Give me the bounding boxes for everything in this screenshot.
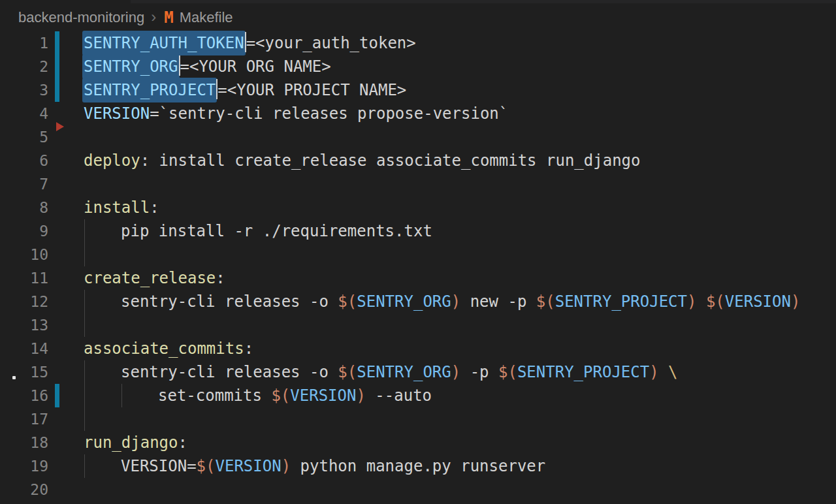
line-content[interactable]: create_release: (59, 266, 836, 290)
breadcrumb-folder[interactable]: backend-monitoring (18, 9, 144, 26)
line-content[interactable]: SENTRY_ORG=<YOUR ORG NAME> (59, 55, 836, 78)
code-line[interactable]: 16set-commits $(VERSION) --auto (0, 384, 836, 407)
code-token: SENTRY_PROJECT (84, 81, 216, 99)
code-line[interactable]: 11create_release: (0, 266, 836, 290)
line-number[interactable]: 15 (0, 360, 48, 384)
code-token: -p (460, 363, 498, 381)
breadcrumb-file[interactable]: Makefile (180, 9, 233, 26)
line-content[interactable]: SENTRY_AUTH_TOKEN=<your_auth_token> (59, 31, 836, 55)
code-line[interactable]: 2SENTRY_ORG=<YOUR ORG NAME> (0, 55, 836, 78)
indent-guide (84, 454, 85, 478)
line-content[interactable]: run_django: (59, 431, 836, 454)
line-content[interactable]: VERSION=$(VERSION) python manage.py runs… (59, 454, 836, 478)
code-token: =<YOUR PROJECT NAME> (217, 81, 406, 99)
line-number[interactable]: 2 (0, 55, 48, 78)
code-editor[interactable]: 1SENTRY_AUTH_TOKEN=<your_auth_token>2SEN… (0, 31, 836, 501)
code-line[interactable]: 4VERSION=`sentry-cli releases propose-ve… (0, 102, 836, 125)
code-token: pip install -r ./requirements.txt (121, 222, 432, 240)
line-content[interactable]: install: (59, 196, 836, 219)
git-modified-indicator[interactable] (55, 78, 59, 102)
line-content[interactable]: associate_commits: (59, 337, 836, 360)
gutter-spacer (55, 243, 59, 266)
code-line[interactable]: 1SENTRY_AUTH_TOKEN=<your_auth_token> (0, 31, 836, 55)
code-line[interactable]: 9pip install -r ./requirements.txt (0, 219, 836, 243)
line-content[interactable] (59, 243, 836, 266)
code-token: SENTRY_PROJECT (517, 363, 649, 381)
code-token: ) (451, 292, 460, 311)
line-number[interactable]: 3 (0, 78, 48, 102)
code-token: VERSION (84, 104, 150, 123)
code-line[interactable]: 7 (0, 172, 836, 196)
line-content[interactable]: set-commits $(VERSION) --auto (59, 384, 836, 407)
git-modified-indicator[interactable] (55, 31, 59, 55)
line-content[interactable]: sentry-cli releases -o $(SENTRY_ORG) -p … (59, 360, 836, 384)
code-token: : (178, 433, 187, 452)
line-content[interactable]: VERSION=`sentry-cli releases propose-ver… (59, 102, 836, 125)
line-number[interactable]: 6 (0, 149, 48, 172)
line-number[interactable]: 16 (0, 384, 48, 407)
code-token: install (84, 198, 150, 217)
line-content[interactable] (59, 313, 836, 337)
git-modified-indicator[interactable] (55, 384, 59, 407)
git-modified-indicator[interactable] (55, 55, 59, 78)
stray-dot (12, 376, 16, 379)
line-content[interactable] (59, 172, 836, 196)
line-number[interactable]: 5 (0, 125, 48, 149)
code-line[interactable]: 18run_django: (0, 431, 836, 454)
code-token: ) (791, 292, 800, 311)
gutter-spacer (55, 454, 59, 478)
red-arrow-marker-icon[interactable] (56, 122, 64, 131)
code-line[interactable]: 19VERSION=$(VERSION) python manage.py ru… (0, 454, 836, 478)
code-line[interactable]: 8install: (0, 196, 836, 219)
line-number[interactable]: 17 (0, 407, 48, 431)
code-token: set-commits (158, 386, 271, 405)
code-line[interactable]: 10 (0, 243, 836, 266)
line-number[interactable]: 9 (0, 219, 48, 243)
code-line[interactable]: 20 (0, 478, 836, 501)
line-content[interactable] (59, 125, 836, 149)
line-number[interactable]: 7 (0, 172, 48, 196)
line-content[interactable]: SENTRY_PROJECT=<YOUR PROJECT NAME> (59, 78, 836, 102)
gutter-spacer (55, 337, 59, 360)
code-line[interactable]: 6deploy: install create_release associat… (0, 149, 836, 172)
code-token: VERSION (216, 457, 281, 475)
code-line[interactable]: 3SENTRY_PROJECT=<YOUR PROJECT NAME> (0, 78, 836, 102)
line-number[interactable]: 10 (0, 243, 48, 266)
line-number[interactable]: 11 (0, 266, 48, 290)
code-token: VERSION (725, 292, 791, 311)
indent-guide (84, 407, 85, 431)
code-token: new -p (460, 292, 536, 311)
line-number[interactable]: 20 (0, 478, 48, 501)
code-token: SENTRY_ORG (357, 363, 451, 381)
chevron-right-icon: › (151, 8, 156, 26)
line-number[interactable]: 12 (0, 290, 48, 313)
code-line[interactable]: 14associate_commits: (0, 337, 836, 360)
line-number[interactable]: 14 (0, 337, 48, 360)
line-number[interactable]: 18 (0, 431, 48, 454)
line-content[interactable] (59, 478, 836, 501)
line-number[interactable]: 4 (0, 102, 48, 125)
code-line[interactable]: 12sentry-cli releases -o $(SENTRY_ORG) n… (0, 290, 836, 313)
line-number[interactable]: 1 (0, 31, 48, 55)
code-token: : install create_release associate_commi… (140, 151, 641, 170)
code-token: sentry-cli releases -o (121, 292, 338, 311)
code-token (696, 292, 705, 311)
selection-highlight: SENTRY_PROJECT (82, 78, 217, 102)
gutter-spacer (55, 196, 59, 219)
line-number[interactable]: 13 (0, 313, 48, 337)
active-tab[interactable] (0, 0, 131, 3)
code-token: $( (197, 457, 216, 475)
line-number[interactable]: 19 (0, 454, 48, 478)
code-line[interactable]: 17 (0, 407, 836, 431)
code-line[interactable]: 15sentry-cli releases -o $(SENTRY_ORG) -… (0, 360, 836, 384)
gutter-spacer (55, 172, 59, 196)
code-line[interactable]: 13 (0, 313, 836, 337)
line-content[interactable]: deploy: install create_release associate… (59, 149, 836, 172)
line-content[interactable]: sentry-cli releases -o $(SENTRY_ORG) new… (59, 290, 836, 313)
line-content[interactable] (59, 407, 836, 431)
indent-guide (84, 384, 85, 407)
code-token: sentry-cli releases -o (121, 363, 338, 381)
code-line[interactable]: 5 (0, 125, 836, 149)
line-number[interactable]: 8 (0, 196, 48, 219)
line-content[interactable]: pip install -r ./requirements.txt (59, 219, 836, 243)
